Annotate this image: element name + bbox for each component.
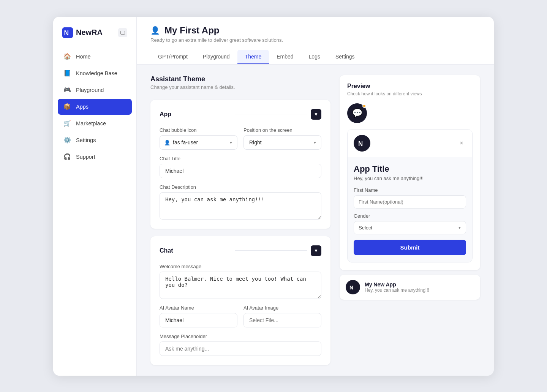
home-icon: 🏠 bbox=[63, 52, 71, 61]
main-content: 👤 My First App Ready to go an extra mile… bbox=[137, 17, 494, 376]
chat-title-label: Chat Title bbox=[160, 156, 321, 161]
ai-avatar-image-label: AI Avatar Image bbox=[243, 305, 321, 311]
tab-playground[interactable]: Playground bbox=[195, 50, 237, 64]
app-header-icon: 👤 bbox=[150, 26, 160, 35]
svg-text:N: N bbox=[349, 285, 353, 291]
chat-section-header: Chat ▼ bbox=[160, 245, 321, 256]
right-panel: Preview Check how it looks on different … bbox=[340, 75, 480, 365]
message-placeholder-group: Message Placeholder bbox=[160, 334, 321, 356]
sidebar-menu-button[interactable] bbox=[118, 28, 127, 37]
content-area: Assistant Theme Change your assistant na… bbox=[137, 65, 494, 376]
sidebar-item-label: Playground bbox=[76, 87, 104, 93]
tab-logs[interactable]: Logs bbox=[301, 50, 328, 64]
preview-title: Preview bbox=[347, 83, 473, 90]
welcome-message-input[interactable]: Hello Balmer. Nice to meet you too! What… bbox=[160, 272, 321, 299]
chat-avatar: N bbox=[354, 135, 370, 152]
app-section-title: App bbox=[160, 111, 231, 118]
sidebar-item-playground[interactable]: 🎮 Playground bbox=[58, 82, 132, 98]
gender-select[interactable]: Select Male Female Other bbox=[354, 221, 466, 234]
apps-icon: 📦 bbox=[63, 103, 71, 111]
sidebar-item-settings[interactable]: ⚙️ Settings bbox=[58, 132, 132, 148]
svg-text:N: N bbox=[64, 29, 69, 37]
submit-button[interactable]: Submit bbox=[354, 240, 466, 255]
sidebar-item-label: Settings bbox=[76, 137, 96, 143]
first-name-label: First Name bbox=[354, 187, 466, 193]
gender-select-wrapper: Select Male Female Other bbox=[354, 221, 466, 234]
chat-description-input[interactable]: Hey, you can ask me anything!!! bbox=[160, 192, 321, 220]
left-panel: Assistant Theme Change your assistant na… bbox=[150, 75, 330, 365]
chat-app-title: App Title bbox=[354, 164, 466, 174]
ai-avatar-name-group: AI Avatar Name bbox=[160, 305, 237, 327]
bubble-chat-icon: 💬 bbox=[352, 108, 362, 118]
ai-avatar-name-input[interactable] bbox=[160, 313, 237, 327]
chat-title-input[interactable] bbox=[160, 164, 321, 178]
gender-label: Gender bbox=[354, 213, 466, 219]
chat-description-group: Chat Description Hey, you can ask me any… bbox=[160, 184, 321, 220]
chat-bubble-icon-group: Chat bubble icon 👤 fas fa-user fas fa-co… bbox=[160, 127, 237, 150]
support-icon: 🎧 bbox=[63, 153, 71, 161]
position-select[interactable]: Right Left bbox=[243, 135, 321, 150]
first-name-input[interactable] bbox=[354, 195, 466, 209]
chat-window-body: App Title Hey, you can ask me anything!!… bbox=[348, 157, 472, 262]
sidebar-item-marketplace[interactable]: 🛒 Marketplace bbox=[58, 115, 132, 131]
bottom-app-desc: Hey, you can ask me anything!!! bbox=[365, 288, 429, 293]
chat-bubble-preview[interactable]: 💬 bbox=[347, 103, 367, 123]
position-group: Position on the screen Right Left bbox=[243, 127, 321, 150]
tab-embed[interactable]: Embed bbox=[269, 50, 301, 64]
sidebar-item-label: Knowledge Base bbox=[76, 70, 117, 76]
sidebar-item-apps[interactable]: 📦 Apps bbox=[58, 99, 132, 115]
sidebar-item-label: Support bbox=[76, 154, 95, 160]
settings-icon: ⚙️ bbox=[63, 136, 71, 144]
sidebar-item-knowledge-base[interactable]: 📘 Knowledge Base bbox=[58, 65, 132, 81]
chat-window-preview: N × App Title Hey, you can ask me anythi… bbox=[347, 129, 473, 262]
chat-bubble-icon-select-wrapper: 👤 fas fa-user fas fa-comment fas fa-robo… bbox=[160, 135, 237, 150]
tab-bar: GPT/Prompt Playground Theme Embed Logs S… bbox=[150, 50, 480, 64]
ai-avatar-name-label: AI Avatar Name bbox=[160, 305, 237, 311]
chat-bubble-icon-select[interactable]: fas fa-user fas fa-comment fas fa-robot bbox=[160, 135, 237, 150]
bubble-icon-prefix: 👤 bbox=[164, 139, 170, 145]
app-subtitle: Ready to go an extra mile to deliver gre… bbox=[150, 37, 480, 43]
brand-name: NewRA bbox=[76, 28, 103, 37]
sidebar-item-label: Marketplace bbox=[76, 120, 106, 126]
avatar-row: AI Avatar Name AI Avatar Image bbox=[160, 305, 321, 327]
tab-theme[interactable]: Theme bbox=[237, 50, 269, 64]
preview-card: Preview Check how it looks on different … bbox=[340, 75, 480, 270]
welcome-message-label: Welcome message bbox=[160, 264, 321, 269]
notification-dot bbox=[362, 104, 366, 108]
sidebar-logo: N NewRA bbox=[53, 27, 136, 49]
ai-avatar-image-input[interactable] bbox=[243, 313, 321, 327]
knowledge-base-icon: 📘 bbox=[63, 69, 71, 77]
app-section-card: App ▼ Chat bubble icon 👤 fas fa-user fas bbox=[150, 100, 330, 229]
position-label: Position on the screen bbox=[243, 127, 321, 133]
sidebar-item-label: Home bbox=[76, 54, 91, 60]
sidebar-item-support[interactable]: 🎧 Support bbox=[58, 149, 132, 165]
chat-section-title: Chat bbox=[160, 247, 231, 254]
chat-section-divider bbox=[235, 250, 307, 251]
sidebar-nav: 🏠 Home 📘 Knowledge Base 🎮 Playground 📦 A… bbox=[53, 49, 136, 165]
chat-section-toggle[interactable]: ▼ bbox=[311, 245, 321, 256]
assistant-theme-header: Assistant Theme Change your assistant na… bbox=[150, 75, 330, 90]
position-select-wrapper: Right Left bbox=[243, 135, 321, 150]
message-placeholder-input[interactable] bbox=[160, 341, 321, 356]
app-section-toggle[interactable]: ▼ bbox=[311, 109, 321, 120]
chat-window-header: N × bbox=[348, 130, 472, 157]
svg-text:N: N bbox=[358, 140, 363, 147]
tab-gpt[interactable]: GPT/Prompt bbox=[150, 50, 195, 64]
menu-icon bbox=[120, 31, 125, 35]
message-placeholder-label: Message Placeholder bbox=[160, 334, 321, 339]
chat-section-card: Chat ▼ Welcome message Hello Balmer. Nic… bbox=[150, 236, 330, 365]
page-title: My First App bbox=[164, 25, 219, 36]
app-section-header: App ▼ bbox=[160, 109, 321, 120]
assistant-theme-subtitle: Change your assistant name & details. bbox=[150, 84, 330, 90]
section-divider bbox=[235, 114, 307, 114]
sidebar-item-home[interactable]: 🏠 Home bbox=[58, 49, 132, 65]
chat-app-description: Hey, you can ask me anything!!! bbox=[354, 175, 466, 181]
app-header: 👤 My First App bbox=[150, 25, 480, 36]
chat-title-group: Chat Title bbox=[160, 156, 321, 178]
welcome-message-group: Welcome message Hello Balmer. Nice to me… bbox=[160, 264, 321, 299]
chat-close-button[interactable]: × bbox=[457, 139, 466, 148]
bubble-position-row: Chat bubble icon 👤 fas fa-user fas fa-co… bbox=[160, 127, 321, 150]
preview-subtitle: Check how it looks on different views bbox=[347, 91, 473, 96]
tab-settings[interactable]: Settings bbox=[328, 50, 362, 64]
assistant-theme-title: Assistant Theme bbox=[150, 75, 330, 83]
